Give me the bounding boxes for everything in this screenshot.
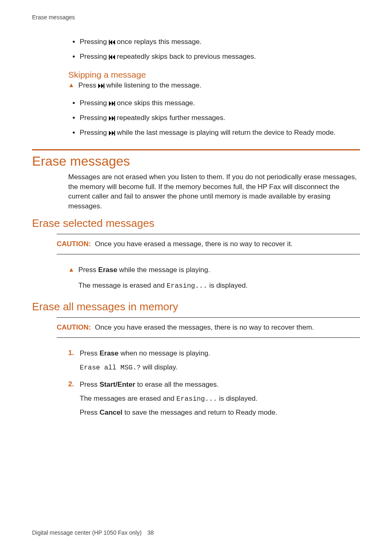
forward-icon — [109, 99, 115, 109]
text: Press — [78, 81, 98, 89]
text: to save the messages and return to Ready… — [122, 409, 277, 416]
text: while listening to the message. — [104, 81, 201, 89]
caution-box-all: CAUTION:Once you have erased the message… — [57, 317, 360, 338]
skipping-heading: Skipping a message — [68, 70, 360, 80]
text: while the message is playing. — [117, 266, 210, 274]
svg-marker-1 — [110, 40, 112, 45]
erase-all-step-2: 2. Press Start/Enter to erase all the me… — [68, 380, 360, 422]
text: while the last message is playing will r… — [115, 129, 336, 136]
text: Pressing — [80, 38, 109, 46]
erase-selected-step: ▲ Press Erase while the message is playi… — [68, 265, 360, 295]
display-text: Erasing... — [166, 282, 207, 290]
text: The message is erased and — [78, 282, 167, 289]
erase-all-heading: Erase all messages in memory — [32, 300, 360, 313]
erase-button-ref: Erase — [99, 349, 118, 357]
text: Pressing — [80, 53, 109, 60]
text: Press — [80, 381, 99, 388]
svg-marker-15 — [109, 131, 111, 136]
triangle-icon: ▲ — [68, 81, 74, 90]
forward-icon — [109, 129, 115, 138]
step-number: 2. — [68, 380, 76, 389]
svg-marker-4 — [110, 55, 112, 60]
running-header: Erase messages — [32, 14, 360, 21]
text: repeatedly skips back to previous messag… — [115, 53, 256, 60]
svg-marker-6 — [98, 83, 101, 88]
erase-button-ref: Erase — [98, 266, 117, 274]
text: once replays this message. — [115, 38, 202, 46]
svg-marker-12 — [109, 116, 111, 121]
list-item: Pressing once skips this message. — [80, 98, 360, 109]
caution-box-selected: CAUTION:Once you have erased a message, … — [57, 234, 360, 254]
cancel-button-ref: Cancel — [99, 409, 122, 416]
list-item: Pressing repeatedly skips further messag… — [80, 113, 360, 124]
section-rule — [32, 149, 360, 150]
list-item: Pressing repeatedly skips back to previo… — [80, 52, 360, 62]
text: when no message is playing. — [119, 349, 210, 357]
display-text: Erase all MSG.? — [80, 364, 141, 372]
svg-marker-13 — [112, 116, 114, 121]
caution-label: CAUTION: — [57, 240, 91, 248]
caution-text: Once you have erased a message, there is… — [95, 240, 293, 248]
text: repeatedly skips further messages. — [115, 114, 225, 122]
forward-icon — [98, 81, 104, 91]
svg-marker-9 — [109, 101, 111, 106]
text: Pressing — [80, 114, 109, 122]
text: to erase all the messages. — [135, 381, 219, 388]
text: The messages are erased and — [80, 395, 176, 402]
text: will display. — [141, 363, 178, 371]
svg-rect-0 — [109, 40, 110, 45]
text: Press — [80, 349, 99, 357]
text: is displayed. — [217, 395, 257, 402]
page-number: 38 — [148, 529, 154, 536]
step-number: 1. — [68, 349, 76, 358]
rewind-icon — [109, 38, 115, 48]
erase-all-step-1: 1. Press Erase when no message is playin… — [68, 349, 360, 376]
caution-text: Once you have erased the messages, there… — [95, 323, 314, 331]
display-text: Erasing... — [176, 395, 217, 403]
footer-chapter: Digital message center (HP 1050 Fax only… — [32, 529, 142, 536]
replay-bullets: Pressing once replays this message. Pres… — [68, 37, 360, 62]
text: is displayed. — [207, 282, 247, 289]
svg-marker-7 — [101, 83, 104, 88]
text: Press — [78, 266, 98, 274]
erase-messages-heading: Erase messages — [32, 154, 360, 169]
caution-label: CAUTION: — [57, 323, 91, 331]
svg-marker-16 — [112, 131, 114, 136]
erase-selected-heading: Erase selected messages — [32, 217, 360, 230]
text: Pressing — [80, 129, 109, 136]
svg-rect-3 — [109, 55, 110, 60]
triangle-icon: ▲ — [68, 265, 74, 274]
svg-marker-10 — [112, 101, 114, 106]
text: Press — [80, 409, 99, 416]
text: once skips this message. — [115, 99, 195, 107]
rewind-icon — [109, 53, 115, 62]
start-enter-button-ref: Start/Enter — [99, 381, 135, 388]
skipping-bullets: Pressing once skips this message. Pressi… — [68, 98, 360, 138]
text: Pressing — [80, 99, 109, 107]
erase-messages-paragraph: Messages are not erased when you listen … — [68, 172, 360, 211]
list-item: Pressing while the last message is playi… — [80, 128, 360, 138]
forward-icon — [109, 114, 115, 124]
page-footer: Digital message center (HP 1050 Fax only… — [32, 529, 154, 536]
list-item: Pressing once replays this message. — [80, 37, 360, 48]
skipping-step: ▲ Press while listening to the message. — [68, 81, 360, 95]
